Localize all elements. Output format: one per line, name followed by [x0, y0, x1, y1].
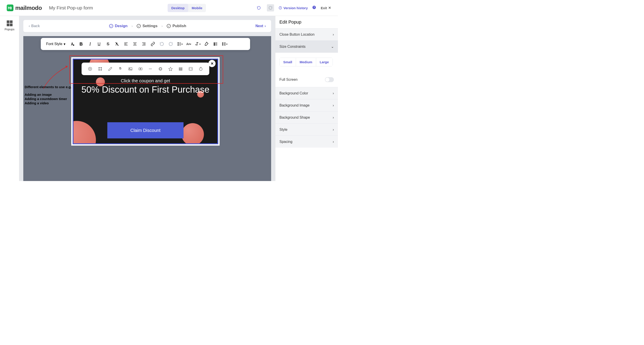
- step-settings[interactable]: ✓ Settings: [137, 24, 158, 28]
- progress-bar: ‹ Back ✓ Design › ✓ Settings › ✓ Publish: [23, 20, 271, 32]
- size-large-button[interactable]: Large: [316, 58, 332, 66]
- svg-marker-25: [66, 66, 68, 68]
- highlight-icon[interactable]: [202, 40, 211, 49]
- size-small-button[interactable]: Small: [280, 58, 296, 66]
- font-size-icon[interactable]: AA▾: [184, 40, 193, 49]
- fullscreen-row: Full Screen: [276, 71, 338, 87]
- next-label: Next: [256, 24, 263, 28]
- text-toolbar: Font Style ▾ B I U S ▾ AA▾ ▾ 123: [41, 38, 250, 50]
- popup-close-button[interactable]: ✕: [208, 60, 216, 67]
- code-icon[interactable]: [188, 66, 194, 72]
- svg-rect-40: [179, 68, 182, 68]
- svg-text:3: 3: [214, 45, 215, 46]
- line-height-icon[interactable]: ▾: [175, 40, 184, 49]
- pencil-icon[interactable]: [107, 66, 114, 72]
- clear-format-icon[interactable]: [112, 40, 122, 49]
- image-icon[interactable]: [127, 66, 134, 72]
- chevron-right-icon: ›: [265, 24, 266, 28]
- chevron-right-icon: ›: [132, 24, 133, 28]
- popup-subtitle[interactable]: Click the coupon and get: [74, 78, 217, 84]
- popup-preview[interactable]: Click the coupon and get 50% Discount on…: [71, 57, 220, 146]
- section-style[interactable]: Style ›: [276, 123, 338, 136]
- timer-icon[interactable]: [198, 66, 204, 72]
- section-label: Size Constraints: [280, 45, 306, 49]
- strikethrough-icon[interactable]: S: [104, 40, 112, 49]
- step-publish[interactable]: ✓ Publish: [167, 24, 186, 28]
- text-color-icon[interactable]: [68, 40, 77, 49]
- section-background-image[interactable]: Background Image ›: [276, 99, 338, 111]
- font-style-dropdown[interactable]: Font Style ▾: [44, 42, 68, 46]
- link-icon[interactable]: [148, 40, 157, 49]
- underline-icon[interactable]: U: [94, 40, 104, 49]
- fullscreen-toggle[interactable]: [325, 77, 334, 82]
- step-label: Settings: [142, 24, 158, 28]
- section-label: Background Shape: [280, 116, 310, 120]
- rows-icon[interactable]: [178, 66, 184, 72]
- next-button[interactable]: Next ›: [256, 24, 266, 28]
- help-icon[interactable]: ?: [312, 6, 316, 11]
- badge-icon[interactable]: [157, 66, 164, 72]
- svg-point-38: [160, 68, 161, 70]
- align-left-icon[interactable]: [122, 40, 130, 49]
- italic-icon[interactable]: I: [86, 40, 94, 49]
- ordered-list-icon[interactable]: 123: [211, 40, 220, 49]
- back-button[interactable]: ‹ Back: [29, 24, 40, 28]
- exit-label: Exit: [321, 6, 327, 10]
- canvas[interactable]: Font Style ▾ B I U S ▾ AA▾ ▾ 123: [23, 36, 271, 181]
- document-title: My First Pop-up form: [49, 5, 93, 11]
- chevron-down-icon: ⌄: [331, 45, 334, 49]
- grid-icon: [7, 21, 12, 26]
- step-label: Design: [115, 24, 128, 28]
- element-toolbar: [82, 63, 209, 75]
- star-icon[interactable]: [168, 66, 174, 72]
- redo-icon[interactable]: [267, 4, 274, 12]
- exit-button[interactable]: Exit ✕: [321, 6, 331, 10]
- svg-point-23: [222, 44, 223, 45]
- close-icon: ✕: [328, 6, 331, 10]
- section-label: Background Image: [280, 103, 310, 107]
- font-style-label: Font Style: [46, 42, 62, 46]
- pointer-icon[interactable]: [117, 66, 124, 72]
- section-label: Spacing: [280, 140, 292, 144]
- divider-icon[interactable]: [147, 66, 154, 72]
- chevron-right-icon: ›: [333, 91, 334, 95]
- bold-icon[interactable]: B: [77, 40, 86, 49]
- svg-point-29: [101, 67, 102, 68]
- svg-rect-41: [179, 69, 182, 69]
- align-center-icon[interactable]: [130, 40, 140, 49]
- popups-nav[interactable]: Popups: [0, 21, 19, 31]
- close-element-icon[interactable]: [87, 66, 93, 72]
- section-label: Close Button Location: [280, 33, 314, 37]
- version-history-button[interactable]: Version history: [278, 6, 308, 10]
- popup-cta-button[interactable]: Claim Discount: [107, 122, 184, 138]
- section-background-color[interactable]: Background Color ›: [276, 87, 338, 99]
- step-design[interactable]: ✓ Design: [109, 24, 128, 28]
- section-background-shape[interactable]: Background Shape ›: [276, 111, 338, 123]
- align-right-icon[interactable]: [140, 40, 148, 49]
- undo-icon[interactable]: [255, 4, 262, 12]
- section-close-button-location[interactable]: Close Button Location ›: [276, 28, 338, 40]
- video-icon[interactable]: [137, 66, 144, 72]
- mobile-button[interactable]: Mobile: [188, 4, 206, 12]
- section-label: Background Color: [280, 91, 308, 95]
- section-spacing[interactable]: Spacing ›: [276, 136, 338, 148]
- text-direction-icon[interactable]: ▾: [193, 40, 202, 49]
- section-size-constraints[interactable]: Size Constraints ⌄: [276, 40, 338, 53]
- popup-body: Click the coupon and get 50% Discount on…: [72, 59, 218, 144]
- chevron-right-icon: ›: [333, 128, 334, 132]
- logo: mailmodo: [7, 5, 42, 12]
- chevron-right-icon: ›: [162, 24, 163, 28]
- decorative-circle: [72, 121, 96, 144]
- desktop-button[interactable]: Desktop: [168, 4, 188, 12]
- popup-title[interactable]: 50% Discount on First Purchase: [74, 84, 217, 95]
- section-label: Style: [280, 128, 288, 132]
- size-medium-button[interactable]: Medium: [296, 58, 316, 66]
- undo-icon[interactable]: [157, 40, 166, 49]
- frame-icon[interactable]: [97, 66, 103, 72]
- wizard-steps: ✓ Design › ✓ Settings › ✓ Publish: [109, 24, 186, 28]
- logo-text: mailmodo: [15, 5, 42, 12]
- chevron-right-icon: ›: [333, 103, 334, 107]
- svg-point-24: [222, 45, 223, 46]
- redo-icon[interactable]: [166, 40, 175, 49]
- bullet-list-icon[interactable]: ▾: [220, 40, 229, 49]
